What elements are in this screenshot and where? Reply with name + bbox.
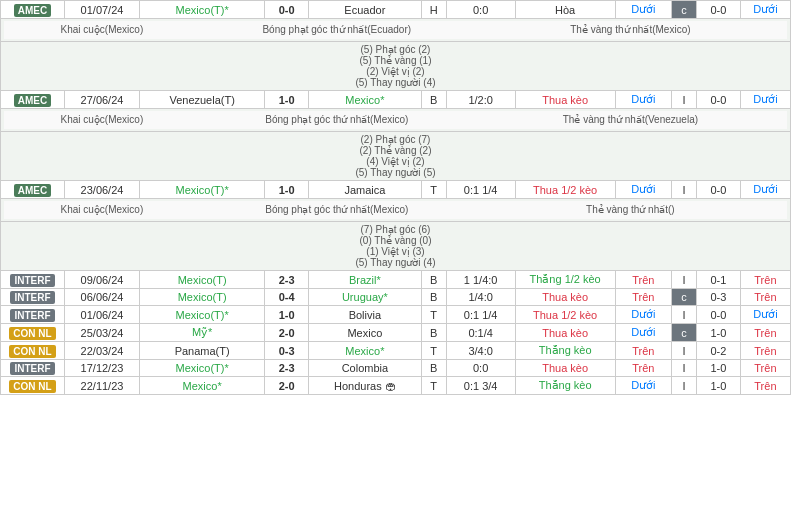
match-date: 23/06/24 (64, 181, 139, 199)
match-detail-cell: Khai cuộc(Mexico) Bóng phạt góc thứ nhất… (1, 109, 791, 132)
handicap-type: T (421, 377, 446, 395)
over-under: Trên (615, 342, 671, 360)
table-row: INTERF 06/06/24 Mexico(T) 0-4 Uruguay* B… (1, 289, 791, 306)
match-detail-cell: Khai cuộc(Mexico) Bóng phạt góc thứ nhất… (1, 199, 791, 222)
indicator2: Trên (740, 289, 790, 306)
team1-name: Mexico(T) (140, 271, 265, 289)
team1-name: Mexico(T)* (140, 1, 265, 19)
handicap-type: T (421, 306, 446, 324)
match-score: 1-0 (265, 306, 309, 324)
handicap-type: B (421, 360, 446, 377)
over-under: Dưới (615, 306, 671, 324)
team1-name: Mexico(T)* (140, 306, 265, 324)
handicap-score: 0:0 (446, 360, 515, 377)
match-date: 25/03/24 (64, 324, 139, 342)
match-badge: INTERF (1, 289, 65, 306)
asian-score: 0-1 (697, 271, 741, 289)
match-detail-row: Khai cuộc(Mexico) Bóng phạt góc thứ nhất… (1, 199, 791, 222)
team1-name: Mexico(T)* (140, 360, 265, 377)
team1-name: Mexico* (140, 377, 265, 395)
match-badge: INTERF (1, 360, 65, 377)
over-under: Dưới (615, 181, 671, 199)
indicator2: Dưới (740, 1, 790, 19)
indicator1: I (672, 271, 697, 289)
match-stats-cell: (7) Phạt góc (6)(0) Thẻ vàng (0)(1) Việt… (1, 222, 791, 271)
asian-score: 0-2 (697, 342, 741, 360)
match-result: Thua 1/2 kèo (515, 306, 615, 324)
match-score: 2-0 (265, 324, 309, 342)
handicap-score: 1/4:0 (446, 289, 515, 306)
table-row: AMEC 01/07/24 Mexico(T)* 0-0 Ecuador H 0… (1, 1, 791, 19)
match-badge: CON NL (1, 342, 65, 360)
match-stats-row: (2) Phạt góc (7)(2) Thẻ vàng (2)(4) Việt… (1, 132, 791, 181)
match-detail-row: Khai cuộc(Mexico) Bóng phạt góc thứ nhất… (1, 19, 791, 42)
match-result: Thua kèo (515, 289, 615, 306)
match-score: 0-0 (265, 1, 309, 19)
team2-name: Ecuador (309, 1, 422, 19)
match-badge: AMEC (1, 1, 65, 19)
match-badge: AMEC (1, 91, 65, 109)
indicator1: c (672, 1, 697, 19)
team2-name: Uruguay* (309, 289, 422, 306)
indicator1: I (672, 181, 697, 199)
match-date: 27/06/24 (64, 91, 139, 109)
table-row: INTERF 17/12/23 Mexico(T)* 2-3 Colombia … (1, 360, 791, 377)
team2-name: Mexico (309, 324, 422, 342)
handicap-score: 1 1/4:0 (446, 271, 515, 289)
handicap-score: 0:1/4 (446, 324, 515, 342)
match-result: Thắng 1/2 kèo (515, 271, 615, 289)
match-date: 01/06/24 (64, 306, 139, 324)
match-score: 0-4 (265, 289, 309, 306)
team1-name: Mỹ* (140, 324, 265, 342)
handicap-score: 1/2:0 (446, 91, 515, 109)
team1-name: Venezuela(T) (140, 91, 265, 109)
team2-name: Brazil* (309, 271, 422, 289)
handicap-type: T (421, 342, 446, 360)
match-result: Thua kèo (515, 91, 615, 109)
asian-score: 1-0 (697, 360, 741, 377)
table-row: CON NL 22/03/24 Panama(T) 0-3 Mexico* T … (1, 342, 791, 360)
match-result: Thua kèo (515, 360, 615, 377)
indicator1: c (672, 289, 697, 306)
over-under: Dưới (615, 91, 671, 109)
indicator2: Trên (740, 271, 790, 289)
asian-score: 0-3 (697, 289, 741, 306)
handicap-score: 3/4:0 (446, 342, 515, 360)
indicator1: I (672, 342, 697, 360)
team2-name: Bolivia (309, 306, 422, 324)
asian-score: 0-0 (697, 181, 741, 199)
table-row: AMEC 23/06/24 Mexico(T)* 1-0 Jamaica T 0… (1, 181, 791, 199)
match-detail-row: Khai cuộc(Mexico) Bóng phạt góc thứ nhất… (1, 109, 791, 132)
indicator2: Trên (740, 360, 790, 377)
indicator2: Dưới (740, 181, 790, 199)
match-stats-cell: (5) Phạt góc (2)(5) Thẻ vàng (1)(2) Việt… (1, 42, 791, 91)
match-date: 06/06/24 (64, 289, 139, 306)
match-badge: INTERF (1, 306, 65, 324)
table-row: CON NL 22/11/23 Mexico* 2-0 Honduras 🏟 T… (1, 377, 791, 395)
team1-name: Mexico(T)* (140, 181, 265, 199)
team2-name: Jamaica (309, 181, 422, 199)
match-date: 01/07/24 (64, 1, 139, 19)
asian-score: 0-0 (697, 1, 741, 19)
over-under: Trên (615, 271, 671, 289)
over-under: Dưới (615, 324, 671, 342)
match-badge: CON NL (1, 324, 65, 342)
match-result: Thắng kèo (515, 342, 615, 360)
match-date: 22/03/24 (64, 342, 139, 360)
indicator2: Trên (740, 377, 790, 395)
team1-name: Panama(T) (140, 342, 265, 360)
match-score: 1-0 (265, 181, 309, 199)
table-row: CON NL 25/03/24 Mỹ* 2-0 Mexico B 0:1/4 T… (1, 324, 791, 342)
match-stats-row: (7) Phạt góc (6)(0) Thẻ vàng (0)(1) Việt… (1, 222, 791, 271)
handicap-score: 0:0 (446, 1, 515, 19)
asian-score: 1-0 (697, 324, 741, 342)
handicap-type: B (421, 271, 446, 289)
indicator1: I (672, 360, 697, 377)
match-result: Thắng kèo (515, 377, 615, 395)
over-under: Trên (615, 289, 671, 306)
indicator1: I (672, 306, 697, 324)
handicap-score: 0:1 1/4 (446, 181, 515, 199)
handicap-type: H (421, 1, 446, 19)
match-badge: AMEC (1, 181, 65, 199)
over-under: Trên (615, 360, 671, 377)
